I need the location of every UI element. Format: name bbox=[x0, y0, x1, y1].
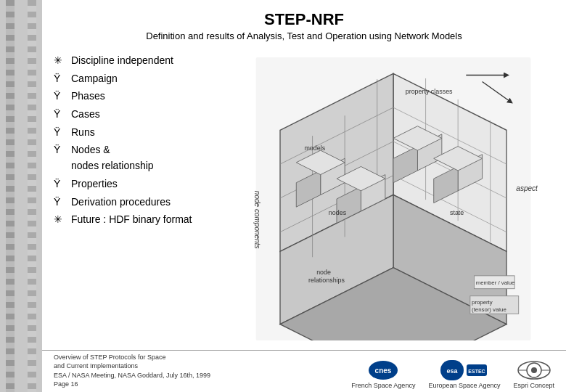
espri-logo-svg bbox=[516, 359, 552, 382]
bullet-symbol: Ÿ bbox=[54, 71, 67, 87]
logo-cnes: cnes French Space Agency bbox=[351, 359, 415, 389]
logo-espri: Espri Concept bbox=[513, 359, 554, 389]
svg-text:property: property bbox=[472, 298, 493, 305]
logo-esa: esa ESTEC European Space Agency bbox=[428, 359, 500, 389]
bullet-text: Discipline independent bbox=[71, 53, 173, 69]
footer-logos: cnes French Space Agency esa ESTEC Europ… bbox=[351, 359, 554, 389]
sidebar bbox=[0, 0, 42, 392]
footer-line3: ESA / NASA Meeting, NASA Goddard, July 1… bbox=[54, 371, 210, 380]
page-subtitle: Definition and results of Analysis, Test… bbox=[49, 30, 559, 41]
svg-text:state: state bbox=[450, 209, 464, 216]
bullet-item: ŸNodes &nodes relationship bbox=[54, 142, 228, 173]
bullet-symbol: Ÿ bbox=[54, 142, 67, 158]
bullet-item: ŸDerivation procedures bbox=[54, 195, 228, 211]
bullet-list: ✳Discipline independentŸCampaignŸPhasesŸ… bbox=[54, 50, 228, 347]
footer-line2: and Current Implementations bbox=[54, 362, 210, 371]
content-area: ✳Discipline independentŸCampaignŸPhasesŸ… bbox=[42, 47, 566, 350]
main-content: STEP-NRF Definition and results of Analy… bbox=[42, 0, 566, 392]
espri-label: Espri Concept bbox=[513, 382, 554, 389]
bullet-symbol: Ÿ bbox=[54, 125, 67, 141]
cnes-logo-svg: cnes bbox=[365, 359, 401, 382]
bullet-item: ŸCampaign bbox=[54, 71, 228, 87]
svg-text:cnes: cnes bbox=[375, 367, 392, 375]
bullet-item: ŸPhases bbox=[54, 89, 228, 105]
bullet-text: Properties bbox=[71, 176, 118, 192]
svg-text:nodes: nodes bbox=[329, 209, 347, 216]
bullet-item: ŸProperties bbox=[54, 176, 228, 192]
footer: Overview of STEP Protocols for Space and… bbox=[42, 350, 566, 392]
svg-text:aspect: aspect bbox=[516, 184, 538, 192]
bullet-item: ŸCases bbox=[54, 107, 228, 123]
footer-line1: Overview of STEP Protocols for Space bbox=[54, 353, 210, 362]
bullet-symbol: ✳ bbox=[54, 53, 67, 69]
svg-text:ESTEC: ESTEC bbox=[468, 369, 485, 374]
sidebar-stripe-right bbox=[28, 0, 36, 392]
bullet-item: ✳Discipline independent bbox=[54, 53, 228, 69]
bullet-text: Cases bbox=[71, 107, 100, 123]
page-number: Page 16 bbox=[54, 380, 210, 389]
svg-text:(tensor) value: (tensor) value bbox=[472, 306, 506, 312]
svg-text:esa: esa bbox=[446, 367, 458, 375]
bullet-text: Campaign bbox=[71, 71, 118, 87]
diagram-svg: aspect scenario abscissa node components… bbox=[228, 57, 559, 340]
sidebar-stripe-left bbox=[6, 0, 15, 392]
bullet-text: Derivation procedures bbox=[71, 195, 171, 211]
bullet-text: Future : HDF binary format bbox=[71, 212, 192, 228]
svg-text:relationships: relationships bbox=[308, 276, 345, 283]
cnes-label: French Space Agency bbox=[351, 382, 415, 389]
bullet-item: ŸRuns bbox=[54, 125, 228, 141]
bullet-text: Nodes &nodes relationship bbox=[71, 142, 154, 173]
esa-label: European Space Agency bbox=[428, 382, 500, 389]
page-title: STEP-NRF bbox=[49, 10, 559, 29]
svg-text:models: models bbox=[304, 144, 325, 152]
svg-text:node components: node components bbox=[253, 190, 261, 248]
bullet-symbol: Ÿ bbox=[54, 176, 67, 192]
svg-text:property classes: property classes bbox=[406, 88, 453, 95]
footer-info: Overview of STEP Protocols for Space and… bbox=[54, 353, 210, 389]
bullet-symbol: Ÿ bbox=[54, 195, 67, 211]
esa-logo-svg: esa ESTEC bbox=[439, 359, 490, 382]
svg-point-54 bbox=[531, 367, 537, 373]
bullet-symbol: Ÿ bbox=[54, 89, 67, 105]
svg-text:member / value: member / value bbox=[476, 279, 515, 286]
bullet-item: ✳Future : HDF binary format bbox=[54, 212, 228, 228]
bullet-text: Runs bbox=[71, 125, 95, 141]
svg-text:node: node bbox=[316, 268, 331, 275]
bullet-symbol: Ÿ bbox=[54, 107, 67, 123]
bullet-symbol: ✳ bbox=[54, 212, 67, 228]
diagram-area: aspect scenario abscissa node components… bbox=[228, 50, 559, 347]
page-header: STEP-NRF Definition and results of Analy… bbox=[42, 0, 566, 47]
bullet-text: Phases bbox=[71, 89, 105, 105]
